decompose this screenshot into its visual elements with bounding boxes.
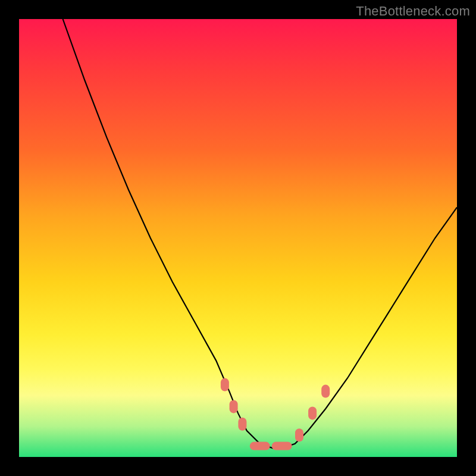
curve-marker — [321, 385, 330, 398]
bottleneck-curve — [63, 19, 457, 448]
marker-group — [221, 378, 330, 450]
curve-marker — [230, 400, 238, 413]
curve-marker — [308, 406, 317, 419]
watermark-text: TheBottleneck.com — [356, 4, 470, 19]
curve-marker — [238, 418, 246, 431]
chart-svg — [19, 19, 457, 457]
curve-marker — [221, 378, 229, 392]
curve-marker — [272, 442, 292, 450]
curve-marker — [250, 442, 270, 450]
plot-area — [19, 19, 457, 457]
curve-marker — [295, 428, 303, 441]
chart-frame: TheBottleneck.com — [0, 0, 476, 476]
